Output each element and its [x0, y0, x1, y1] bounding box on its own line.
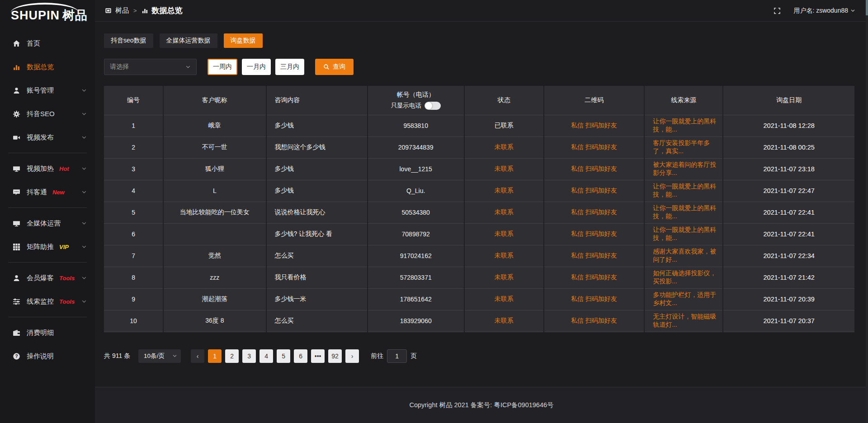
sidebar-item-badge: Hot: [59, 165, 69, 172]
comment-icon: [13, 188, 20, 196]
sidebar-item-label: 抖客通: [27, 188, 47, 197]
qr-add-friend-link[interactable]: 私信 扫码加好友: [571, 295, 617, 302]
row-content: 怎么买: [266, 245, 368, 267]
row-source[interactable]: 多功能护栏灯，适用于乡村文...: [644, 288, 723, 310]
page-scrollbar[interactable]: [866, 0, 868, 423]
row-source[interactable]: 被大家追着问的客厅投影分享...: [644, 158, 723, 180]
next-page-button[interactable]: ›: [345, 349, 359, 363]
page-button-5[interactable]: 5: [277, 349, 290, 363]
sidebar-item-3[interactable]: 抖音SEO: [0, 102, 95, 126]
table-row: 7觉然怎么买917024162未联系私信 扫码加好友感谢大家喜欢我家，被问了好.…: [104, 245, 854, 267]
sidebar-item-6[interactable]: 视频加热Hot: [0, 157, 95, 180]
page-button-2[interactable]: 2: [225, 349, 239, 363]
row-source[interactable]: 让你一眼就爱上的黑科技，能...: [644, 202, 723, 223]
tab-0[interactable]: 抖音seo数据: [104, 33, 153, 48]
scrollbar-thumb[interactable]: [866, 0, 868, 15]
sidebar-item-7[interactable]: 抖客通New: [0, 180, 95, 204]
page-ellipsis-button[interactable]: •••: [311, 349, 325, 363]
sidebar-item-badge: Tools: [59, 275, 75, 282]
grid-icon: [13, 243, 20, 251]
sidebar-item-15[interactable]: 消费明细: [0, 321, 95, 344]
range-button-0[interactable]: 一周内: [208, 59, 237, 75]
range-button-2[interactable]: 三月内: [275, 59, 304, 75]
page-button-4[interactable]: 4: [259, 349, 273, 363]
row-source[interactable]: 感谢大家喜欢我家，被问了好...: [644, 245, 723, 267]
tab-1[interactable]: 全媒体运营数据: [160, 33, 217, 48]
camera-icon: [13, 134, 20, 141]
sidebar-item-16[interactable]: ?操作说明: [0, 344, 95, 368]
col-source: 线索来源: [644, 86, 723, 115]
question-icon: ?: [13, 352, 20, 360]
row-content: 多少钱: [266, 158, 368, 180]
row-content: 多少钱: [266, 180, 368, 202]
row-qrcode: 私信 扫码加好友: [544, 223, 644, 245]
col-status: 状态: [464, 86, 544, 115]
row-status: 已联系: [464, 115, 544, 136]
row-source[interactable]: 让你一眼就爱上的黑科技，能...: [644, 180, 723, 202]
wallet-icon: [13, 329, 20, 337]
row-no: 5: [104, 202, 163, 223]
chevron-down-icon: [185, 64, 191, 70]
sidebar-item-2[interactable]: 账号管理: [0, 79, 95, 102]
phone-only-toggle[interactable]: [425, 102, 441, 110]
phone-only-label: 只显示电话: [391, 102, 421, 110]
row-source[interactable]: 如何正确选择投影仪，买投影...: [644, 267, 723, 288]
sidebar-item-10[interactable]: 矩阵助推VIP: [0, 235, 95, 258]
row-no: 7: [104, 245, 163, 267]
row-nickname: [163, 223, 266, 245]
tab-2[interactable]: 询盘数据: [224, 33, 263, 48]
qr-add-friend-link[interactable]: 私信 扫码加好友: [571, 165, 617, 172]
qr-add-friend-link[interactable]: 私信 扫码加好友: [571, 252, 617, 259]
table-row: 3狐小狸多少钱love__1215未联系私信 扫码加好友被大家追着问的客厅投影分…: [104, 158, 854, 180]
fullscreen-icon[interactable]: [774, 7, 781, 14]
filter-select[interactable]: 请选择: [104, 59, 197, 75]
sidebar-item-0[interactable]: 首页: [0, 32, 95, 55]
footer: Copyright 树品 2021 备案号: 粤ICP备09019646号: [95, 387, 868, 423]
row-status: 未联系: [464, 245, 544, 267]
sidebar-item-1[interactable]: 数据总览: [0, 55, 95, 79]
sidebar-nav: 首页数据总览账号管理抖音SEO视频发布视频加热Hot抖客通New全媒体运营矩阵助…: [0, 25, 95, 368]
qr-add-friend-link[interactable]: 私信 扫码加好友: [571, 208, 617, 216]
row-source[interactable]: 让你一眼就爱上的黑科技，能...: [644, 115, 723, 136]
page-button-92[interactable]: 92: [328, 349, 342, 363]
sidebar-item-13[interactable]: 线索监控Tools: [0, 290, 95, 313]
brand-logo: SHUPIN树品: [0, 0, 95, 25]
col-qrcode: 二维码: [544, 86, 644, 115]
user-menu[interactable]: 用户名: zswodun88: [793, 7, 855, 15]
table-row: 8zzz我只看价格572803371未联系私信 扫码加好友如何正确选择投影仪，买…: [104, 267, 854, 288]
qr-add-friend-link[interactable]: 私信 扫码加好友: [571, 273, 617, 281]
row-nickname: 当地比较能吃的一位美女: [163, 202, 266, 223]
row-no: 2: [104, 136, 163, 158]
page-button-6[interactable]: 6: [294, 349, 307, 363]
goto-page-input[interactable]: [387, 349, 407, 363]
row-status: 未联系: [464, 223, 544, 245]
page-button-1[interactable]: 1: [208, 349, 222, 363]
sidebar-item-9[interactable]: 全媒体运营: [0, 212, 95, 235]
chevron-down-icon: [81, 221, 87, 226]
qr-add-friend-link[interactable]: 私信 扫码加好友: [571, 187, 617, 194]
sidebar-item-4[interactable]: 视频发布: [0, 126, 95, 149]
qr-add-friend-link[interactable]: 私信 扫码加好友: [571, 122, 617, 129]
sidebar-item-badge: New: [52, 189, 65, 196]
page-button-3[interactable]: 3: [242, 349, 256, 363]
chevron-down-icon: [81, 244, 87, 249]
sidebar-item-label: 视频发布: [27, 133, 54, 142]
range-button-1[interactable]: 一月内: [242, 59, 271, 75]
row-nickname: 不可一世: [163, 136, 266, 158]
prev-page-button[interactable]: ‹: [191, 349, 204, 363]
sidebar-item-label: 操作说明: [27, 352, 54, 361]
qr-add-friend-link[interactable]: 私信 扫码加好友: [571, 317, 617, 324]
row-date: 2021-11-07 22:41: [723, 223, 854, 245]
breadcrumb-home[interactable]: 树品: [115, 6, 129, 15]
chevron-down-icon: [172, 353, 177, 358]
qr-add-friend-link[interactable]: 私信 扫码加好友: [571, 143, 617, 150]
row-date: 2021-11-07 20:39: [723, 288, 854, 310]
row-source[interactable]: 客厅安装投影半年多了，真实...: [644, 136, 723, 158]
row-source[interactable]: 无主灯设计，智能磁吸轨道灯...: [644, 310, 723, 332]
sidebar-item-12[interactable]: 会员爆客Tools: [0, 266, 95, 290]
page-size-select[interactable]: 10条/页: [138, 349, 181, 363]
search-button[interactable]: 查询: [315, 59, 354, 75]
sliders-icon: [13, 298, 20, 306]
qr-add-friend-link[interactable]: 私信 扫码加好友: [571, 230, 617, 237]
row-source[interactable]: 让你一眼就爱上的黑科技，能...: [644, 223, 723, 245]
